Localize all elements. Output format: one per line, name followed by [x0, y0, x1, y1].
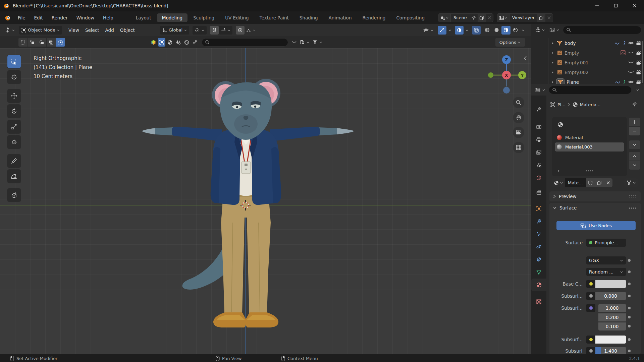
tab-object[interactable] — [531, 202, 546, 215]
view-layer-name[interactable]: ViewLayer — [509, 15, 537, 20]
eye-icon[interactable] — [628, 80, 634, 84]
scene-name[interactable]: Scene — [451, 15, 470, 20]
pin-scene-icon[interactable] — [470, 14, 478, 22]
snap-settings-dropdown[interactable] — [219, 26, 232, 35]
radius-y-slider[interactable]: 0.200 — [598, 313, 626, 321]
pivot-point-dropdown[interactable] — [193, 26, 207, 35]
outliner-filter-dropdown[interactable] — [548, 25, 560, 34]
menu-select[interactable]: Select — [82, 27, 102, 33]
select-mode-invert-button[interactable] — [47, 38, 56, 47]
shading-material-preview-button[interactable] — [501, 26, 511, 35]
disclosure-icon[interactable] — [551, 71, 554, 74]
new-view-layer-button[interactable] — [537, 14, 545, 22]
move-slot-down-button[interactable] — [629, 161, 640, 170]
disclosure-icon[interactable] — [551, 61, 554, 64]
eye-closed-icon[interactable] — [628, 70, 634, 74]
animate-dot[interactable] — [628, 316, 631, 318]
tab-render[interactable] — [531, 120, 546, 133]
options-dropdown[interactable]: Options — [495, 38, 525, 47]
tab-collection[interactable] — [531, 186, 546, 199]
snap-toggle[interactable] — [210, 26, 219, 35]
tab-material[interactable] — [531, 279, 546, 291]
select-mode-subtract-button[interactable] — [37, 38, 46, 47]
select-mode-extend-button[interactable] — [28, 38, 37, 47]
tab-rendering[interactable]: Rendering — [357, 13, 390, 22]
tab-scene[interactable] — [531, 159, 546, 171]
menu-file[interactable]: File — [13, 15, 30, 20]
move-slot-up-button[interactable] — [629, 152, 640, 161]
tab-object-data[interactable] — [531, 266, 546, 279]
breadcrumb-object[interactable]: Pl... — [557, 102, 566, 107]
disclosure-icon[interactable] — [551, 51, 554, 55]
color-attribute-icon[interactable] — [150, 38, 157, 47]
sidebar-toggle-icon[interactable] — [523, 56, 527, 61]
tab-modeling[interactable]: Modeling — [157, 13, 187, 22]
material-pie-icon[interactable] — [166, 38, 174, 47]
animate-dot[interactable] — [628, 350, 631, 352]
navigation-gizmo[interactable]: Z Y X — [488, 55, 526, 94]
proportional-editing-toggle[interactable] — [236, 26, 245, 35]
tab-particles[interactable] — [531, 228, 546, 240]
zoom-button[interactable] — [513, 97, 524, 108]
camera-visibility-icon[interactable] — [636, 51, 642, 55]
browse-view-layer-button[interactable] — [497, 14, 509, 22]
remove-view-layer-icon[interactable] — [545, 14, 553, 22]
tab-layout[interactable]: Layout — [131, 13, 156, 22]
properties-search-input[interactable] — [549, 86, 632, 94]
properties-editor-type-dropdown[interactable] — [534, 85, 546, 94]
subsurface-radius-socket[interactable] — [586, 304, 595, 312]
outliner-search-input[interactable] — [563, 26, 641, 34]
tab-world[interactable] — [531, 171, 546, 184]
menu-render[interactable]: Render — [47, 15, 72, 20]
tool-add-cube[interactable] — [7, 188, 21, 202]
close-button[interactable] — [625, 0, 644, 11]
animate-dot[interactable] — [628, 325, 631, 327]
menu-object[interactable]: Object — [117, 27, 138, 33]
eye-icon[interactable] — [628, 41, 634, 45]
camera-visibility-icon[interactable] — [636, 80, 642, 84]
radius-x-slider[interactable]: 1.000 — [598, 304, 626, 312]
animate-dot[interactable] — [628, 283, 631, 285]
animate-dot[interactable] — [628, 338, 631, 341]
tab-view-layer[interactable] — [531, 146, 546, 159]
copy-material-button[interactable] — [595, 178, 604, 187]
preview-panel[interactable]: Preview — [549, 191, 641, 201]
tab-shading[interactable]: Shading — [294, 13, 323, 22]
subsurface-socket[interactable] — [586, 292, 595, 300]
tool-scale[interactable] — [7, 120, 21, 133]
unlink-scene-icon[interactable] — [486, 14, 493, 22]
shading-solid-button[interactable] — [492, 26, 501, 35]
tab-sculpting[interactable]: Sculpting — [188, 13, 219, 22]
base-color-swatch[interactable] — [595, 280, 626, 288]
tool-rotate[interactable] — [7, 105, 21, 118]
maximize-button[interactable] — [606, 0, 625, 11]
pan-hand-button[interactable] — [513, 112, 524, 123]
object-name[interactable]: Empty — [565, 50, 579, 56]
object-name[interactable]: Empty.001 — [565, 60, 589, 65]
tab-constraints[interactable] — [531, 253, 546, 266]
select-mode-set-button[interactable] — [18, 38, 28, 47]
eye-closed-icon[interactable] — [628, 51, 634, 55]
distribution-dropdown[interactable]: GGX — [586, 256, 626, 264]
viewport-3d[interactable]: Z Y X Right Orthographic (141) Collectio… — [0, 48, 531, 354]
tool-measure[interactable] — [7, 170, 21, 183]
shading-wireframe-button[interactable] — [483, 26, 492, 35]
tab-animation[interactable]: Animation — [324, 13, 357, 22]
gizmo-settings-dropdown[interactable] — [447, 26, 453, 35]
mode-dropdown[interactable]: Object Mode — [19, 26, 62, 35]
tab-output[interactable] — [531, 133, 546, 146]
tool-move[interactable] — [7, 89, 21, 103]
add-slot-button[interactable] — [629, 118, 640, 126]
tab-uv-editing[interactable]: UV Editing — [220, 13, 254, 22]
ortho-grid-button[interactable] — [513, 142, 524, 153]
subsurface-method-dropdown[interactable]: Random ... — [586, 268, 626, 276]
subsurface-value-slider[interactable]: 0.000 — [595, 292, 626, 300]
tool-annotate[interactable] — [7, 154, 21, 168]
tool-transform[interactable] — [7, 135, 21, 149]
slot-specials-dropdown[interactable] — [629, 140, 640, 149]
camera-visibility-icon[interactable] — [636, 70, 642, 75]
filter-dropdown[interactable] — [311, 38, 324, 47]
radius-z-slider[interactable]: 0.100 — [598, 322, 626, 330]
falloff-shape-button[interactable] — [290, 38, 298, 47]
transform-orientation-dropdown[interactable]: Global — [160, 26, 189, 35]
